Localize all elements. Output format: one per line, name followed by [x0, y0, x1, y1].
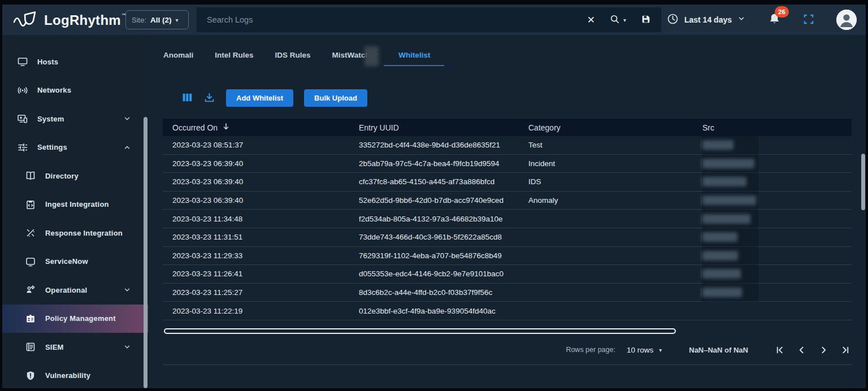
- sidebar-item-label: Policy Management: [45, 314, 116, 323]
- sidebar-item-label: Networks: [37, 86, 71, 94]
- table-row[interactable]: 2023-03-23 08:51:37 335272bd-c4f4-438e-9…: [163, 136, 852, 155]
- user-avatar[interactable]: [836, 10, 857, 30]
- chevron-icon: [123, 343, 131, 351]
- cell-occurred-on: 2023-03-23 08:51:37: [163, 141, 349, 149]
- tab[interactable]: IDS Rules: [275, 46, 311, 64]
- tab[interactable]: Intel Rules: [215, 46, 253, 64]
- column-header-entry-uuid[interactable]: Entry UUID: [349, 123, 519, 132]
- servicenow-icon: [25, 256, 36, 267]
- sidebar-item[interactable]: Networks: [2, 76, 148, 105]
- sidebar-item[interactable]: System: [2, 105, 148, 133]
- tab-bar: Anomali Intel Rules IDS Rules MistWatche…: [163, 46, 431, 64]
- redacted-src-value: [702, 177, 747, 186]
- table-row[interactable]: 2023-03-23 11:34:48 f2d534ab-805a-4132-9…: [163, 210, 852, 228]
- pagination-range: NaN–NaN of NaN: [689, 346, 748, 354]
- first-page-button[interactable]: [775, 346, 784, 354]
- redacted-src-value: [702, 251, 738, 260]
- notifications-button[interactable]: 26: [768, 12, 781, 27]
- hosts-icon: [17, 56, 28, 67]
- rows-per-page-select[interactable]: 10 rows ▾: [627, 346, 662, 354]
- column-header-src[interactable]: Src: [693, 123, 852, 132]
- sidebar-item[interactable]: Directory: [2, 162, 148, 190]
- bulk-upload-button[interactable]: Bulk Upload: [304, 89, 367, 107]
- sidebar-item[interactable]: Ingest Integration: [2, 190, 148, 219]
- site-selector[interactable]: Site: All (2) ▾: [125, 10, 189, 29]
- column-header-category[interactable]: Category: [519, 123, 693, 132]
- pager-buttons: [775, 346, 850, 354]
- chevron-icon: [123, 286, 131, 294]
- sidebar-item[interactable]: Operational: [2, 276, 148, 305]
- sidebar-item[interactable]: Hosts: [2, 47, 148, 76]
- app-window: LogRhythm™ Site: All (2) ▾ ✕ ▾: [2, 5, 866, 388]
- cell-entry-uuid: d055353e-edc4-4146-9cb2-9e7e9101bac0: [349, 270, 519, 278]
- table-row[interactable]: 2023-03-23 11:31:51 73dde743-466d-40c3-9…: [163, 228, 852, 247]
- cell-category: Test: [519, 141, 693, 149]
- table-row[interactable]: 2023-03-23 11:26:41 d055353e-edc4-4146-9…: [163, 265, 852, 284]
- next-page-button[interactable]: [819, 346, 828, 354]
- cell-entry-uuid: 2b5ab79a-97c5-4c7a-bea4-f9fcb19d9594: [349, 159, 519, 168]
- vertical-scrollbar[interactable]: [861, 154, 865, 210]
- column-header-occurred-on[interactable]: Occurred On: [163, 123, 349, 132]
- redacted-src-value: [702, 288, 742, 297]
- cell-occurred-on: 2023-03-23 06:39:40: [163, 196, 349, 205]
- tab[interactable]: MistWatcher: [332, 46, 377, 64]
- search-input[interactable]: [207, 15, 587, 24]
- sidebar-item[interactable]: SIEM: [2, 333, 148, 362]
- table-row[interactable]: 2023-03-23 06:39:40 cfc37fc8-ab65-4150-a…: [163, 173, 852, 192]
- directory-icon: [25, 170, 36, 181]
- table-row[interactable]: 2023-03-23 11:22:19 012e3bbf-e3cf-4f9a-b…: [163, 302, 852, 320]
- sidebar-item[interactable]: Response Integration: [2, 219, 148, 247]
- table-row[interactable]: 2023-03-23 06:39:40 52e62d5d-9bb6-42d0-b…: [163, 192, 852, 210]
- add-whitelist-button[interactable]: Add Whitelist: [226, 89, 293, 107]
- table-row[interactable]: 2023-03-23 11:25:27 8d3c6b2c-a44e-4ffd-b…: [163, 284, 852, 302]
- horizontal-scrollbar[interactable]: [164, 328, 676, 334]
- tab[interactable]: Anomali: [163, 46, 193, 64]
- sidebar-item[interactable]: ServiceNow: [2, 247, 148, 276]
- sidebar-item-label: ServiceNow: [45, 257, 88, 266]
- download-icon: [204, 92, 215, 105]
- save-search-button[interactable]: [641, 14, 651, 26]
- search-options-button[interactable]: ▾: [610, 14, 626, 26]
- sidebar-item[interactable]: Settings: [2, 133, 148, 162]
- table-row[interactable]: 2023-03-23 11:29:33 7629319f-1102-4eba-a…: [163, 247, 852, 266]
- tab[interactable]: Whitelist: [398, 46, 430, 64]
- time-range-selector[interactable]: Last 14 days: [667, 13, 745, 27]
- clock-icon: [667, 13, 679, 27]
- chevron-down-icon: ▾: [659, 347, 662, 353]
- fullscreen-button[interactable]: [804, 14, 814, 26]
- sidebar-item[interactable]: Vulnerability: [2, 362, 148, 389]
- redacted-src-value: [702, 232, 737, 242]
- table-header-row: Occurred On Entry UUID Category Src: [163, 119, 852, 136]
- sort-descending-icon: [222, 123, 230, 132]
- notification-badge: 26: [775, 6, 789, 18]
- sidebar-item-label: Ingest Integration: [45, 200, 109, 208]
- top-header: LogRhythm™ Site: All (2) ▾ ✕ ▾: [2, 5, 866, 35]
- cell-occurred-on: 2023-03-23 06:39:40: [163, 159, 349, 168]
- export-button[interactable]: [204, 92, 215, 105]
- sidebar-item-label: Directory: [45, 172, 79, 180]
- redacted-src-value: [702, 269, 741, 279]
- cell-entry-uuid: 335272bd-c4f4-438e-9b4d-d36de8635f21: [349, 141, 519, 149]
- whitelist-table: Occurred On Entry UUID Category Src 2023…: [163, 119, 852, 320]
- redacted-src-value: [702, 214, 750, 224]
- main-content: Anomali Intel Rules IDS Rules MistWatche…: [148, 35, 866, 388]
- sidebar-item-label: Hosts: [37, 58, 58, 66]
- sidebar-item[interactable]: Policy Management: [2, 305, 148, 333]
- cell-src: [693, 269, 852, 279]
- operational-icon: [25, 284, 36, 296]
- previous-page-button[interactable]: [797, 346, 806, 354]
- column-settings-button[interactable]: [182, 92, 193, 105]
- site-value: All (2): [150, 16, 172, 24]
- settings-icon: [17, 142, 28, 153]
- cell-occurred-on: 2023-03-23 11:25:27: [163, 288, 349, 297]
- chevron-down-icon: [737, 15, 745, 25]
- chevron-down-icon: ▾: [176, 17, 179, 23]
- sidebar-scrollbar[interactable]: [144, 117, 147, 388]
- cell-entry-uuid: f2d534ab-805a-4132-97a3-46682b39a10e: [349, 215, 519, 223]
- last-page-button[interactable]: [841, 346, 850, 354]
- clear-search-button[interactable]: ✕: [587, 14, 595, 26]
- sidebar-item-label: System: [37, 115, 64, 123]
- table-row[interactable]: 2023-03-23 06:39:40 2b5ab79a-97c5-4c7a-b…: [163, 155, 852, 173]
- response-integration-icon: [25, 227, 36, 238]
- pagination-bar: Rows per page: 10 rows ▾ NaN–NaN of NaN: [566, 341, 850, 359]
